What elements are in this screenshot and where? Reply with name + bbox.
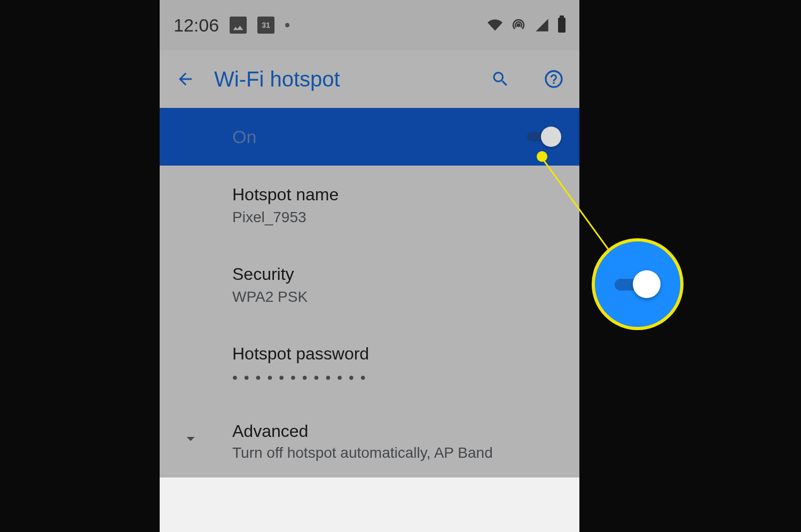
advanced-subtitle: Turn off hotspot automatically, AP Band bbox=[232, 444, 493, 461]
search-icon[interactable] bbox=[491, 69, 510, 89]
battery-icon bbox=[558, 18, 566, 33]
help-icon[interactable] bbox=[544, 69, 563, 89]
notification-dot-icon bbox=[285, 23, 289, 27]
hotspot-icon bbox=[511, 18, 526, 33]
advanced-title: Advanced bbox=[232, 421, 493, 441]
status-time: 12:06 bbox=[174, 15, 219, 36]
hotspot-toggle-label: On bbox=[232, 127, 527, 147]
annotation-toggle-icon bbox=[615, 270, 661, 298]
action-bar: Wi-Fi hotspot bbox=[160, 50, 579, 108]
status-bar-right bbox=[488, 18, 566, 33]
security-row[interactable]: Security WPA2 PSK bbox=[160, 245, 579, 325]
hotspot-name-value: Pixel_7953 bbox=[232, 209, 563, 226]
advanced-text: Advanced Turn off hotspot automatically,… bbox=[232, 421, 493, 461]
password-row[interactable]: Hotspot password •••••••••••• bbox=[160, 325, 579, 405]
status-bar-left: 12:06 31 bbox=[174, 15, 289, 36]
security-value: WPA2 PSK bbox=[232, 288, 563, 306]
password-value: •••••••••••• bbox=[232, 369, 563, 386]
hotspot-toggle-row[interactable]: On bbox=[160, 108, 579, 166]
signal-icon bbox=[535, 18, 549, 33]
status-bar: 12:06 31 bbox=[160, 0, 579, 50]
advanced-row[interactable]: Advanced Turn off hotspot automatically,… bbox=[160, 405, 579, 478]
svg-point-0 bbox=[517, 24, 521, 27]
hotspot-name-title: Hotspot name bbox=[232, 185, 563, 205]
annotation-zoom-circle bbox=[592, 238, 684, 330]
page-title: Wi-Fi hotspot bbox=[214, 67, 472, 91]
svg-point-1 bbox=[546, 71, 562, 87]
photos-icon bbox=[230, 17, 247, 34]
password-title: Hotspot password bbox=[232, 344, 563, 364]
toggle-thumb bbox=[541, 127, 561, 147]
calendar-icon: 31 bbox=[257, 17, 274, 34]
back-arrow-icon[interactable] bbox=[176, 69, 195, 89]
chevron-down-icon bbox=[181, 429, 200, 448]
security-title: Security bbox=[232, 264, 563, 284]
hotspot-toggle-switch[interactable] bbox=[527, 127, 561, 147]
phone-screen: 12:06 31 Wi-Fi hotspot On Hotspot name bbox=[160, 0, 579, 532]
hotspot-name-row[interactable]: Hotspot name Pixel_7953 bbox=[160, 166, 579, 245]
wifi-icon bbox=[488, 18, 502, 33]
